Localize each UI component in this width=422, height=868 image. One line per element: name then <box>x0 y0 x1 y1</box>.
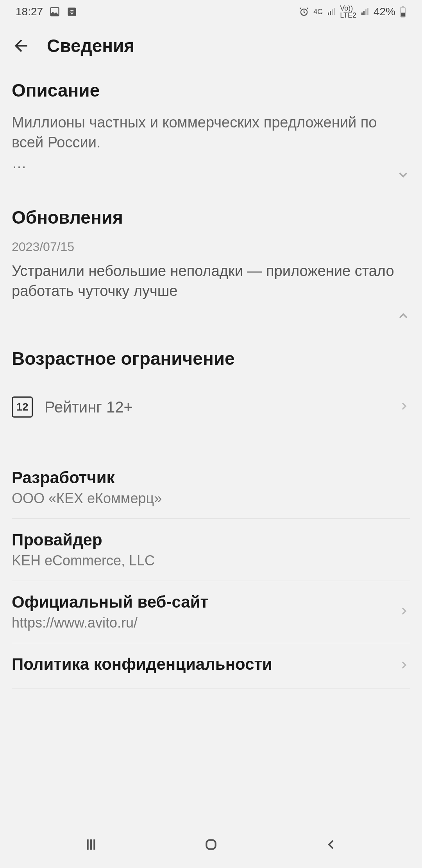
chevron-right-icon <box>398 659 410 673</box>
home-button[interactable] <box>203 837 219 852</box>
privacy-row[interactable]: Политика конфиденциальности <box>12 643 410 689</box>
svg-rect-6 <box>206 840 215 849</box>
alarm-icon <box>299 6 309 17</box>
developer-label: Разработчик <box>12 468 410 487</box>
website-label: Официальный веб-сайт <box>12 593 390 612</box>
age-title: Возрастное ограничение <box>12 348 410 369</box>
description-text: Миллионы частных и коммерческих предложе… <box>12 113 410 153</box>
updates-title: Обновления <box>12 207 410 228</box>
expand-description[interactable] <box>12 168 410 183</box>
provider-row: Провайдер KEH eCommerce, LLC <box>12 519 410 581</box>
description-section: Описание Миллионы частных и коммерческих… <box>12 80 410 183</box>
age-section: Возрастное ограничение 12 Рейтинг 12+ <box>12 348 410 433</box>
provider-label: Провайдер <box>12 531 410 549</box>
collapse-updates[interactable] <box>12 309 410 325</box>
chevron-down-icon <box>396 168 410 183</box>
age-rating-label: Рейтинг 12+ <box>45 398 386 416</box>
image-icon <box>49 6 60 17</box>
battery-percent: 42% <box>374 5 395 18</box>
age-rating-row[interactable]: 12 Рейтинг 12+ <box>12 381 410 433</box>
wifi-icon <box>66 6 77 17</box>
svg-rect-4 <box>402 6 404 7</box>
age-badge-icon: 12 <box>12 396 33 418</box>
svg-rect-5 <box>401 13 405 17</box>
header: Сведения <box>0 23 422 68</box>
net-volte: Vo))LTE2 <box>340 5 356 19</box>
info-list: Разработчик ООО «КЕХ еКоммерц» Провайдер… <box>12 457 410 689</box>
chevron-up-icon <box>396 309 410 325</box>
back-nav-button[interactable] <box>323 837 339 852</box>
description-title: Описание <box>12 80 410 101</box>
status-right: 4G Vo))LTE2 42% <box>299 5 406 19</box>
website-row[interactable]: Официальный веб-сайт https://www.avito.r… <box>12 581 410 643</box>
developer-value: ООО «КЕХ еКоммерц» <box>12 490 410 507</box>
navigation-bar <box>0 821 422 868</box>
status-left: 18:27 <box>16 5 77 18</box>
provider-value: KEH eCommerce, LLC <box>12 552 410 569</box>
updates-date: 2023/07/15 <box>12 240 410 254</box>
page-title: Сведения <box>47 35 134 56</box>
privacy-label: Политика конфиденциальности <box>12 655 390 674</box>
battery-icon <box>399 6 406 18</box>
developer-row: Разработчик ООО «КЕХ еКоммерц» <box>12 457 410 519</box>
updates-text: Устранили небольшие неполадки — приложен… <box>12 261 410 301</box>
recents-button[interactable] <box>83 837 99 852</box>
back-button[interactable] <box>12 36 31 56</box>
net-4g: 4G <box>313 8 323 15</box>
chevron-right-icon <box>398 400 410 414</box>
signal-icon-2 <box>360 7 370 16</box>
status-time: 18:27 <box>16 5 43 18</box>
chevron-right-icon <box>398 605 410 619</box>
updates-section: Обновления 2023/07/15 Устранили небольши… <box>12 207 410 325</box>
website-value: https://www.avito.ru/ <box>12 615 390 631</box>
signal-icon-1 <box>327 7 336 16</box>
status-bar: 18:27 4G Vo))LTE2 42% <box>0 0 422 23</box>
